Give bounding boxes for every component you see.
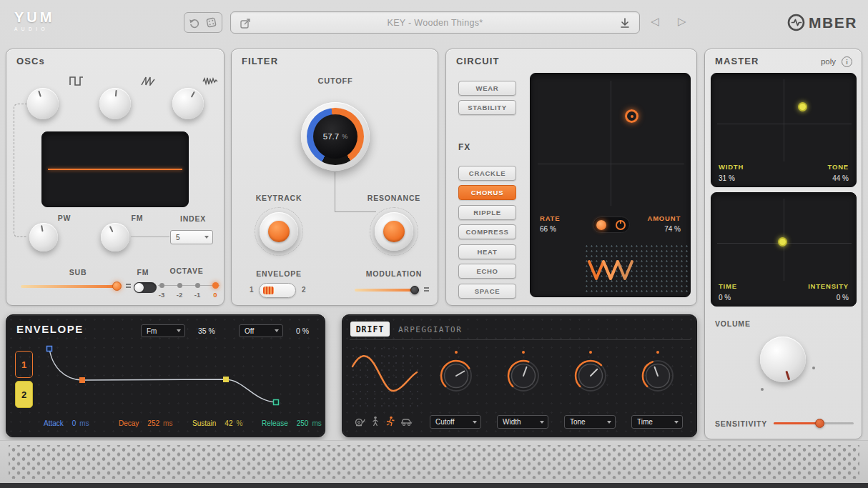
power-icon[interactable] (616, 220, 626, 230)
decay-value[interactable]: 252 (147, 419, 159, 427)
fx-ripple-button[interactable]: RIPPLE (458, 205, 516, 220)
env-tab-2[interactable]: 2 (15, 381, 33, 408)
fx-compress-button[interactable]: COMPRESS (458, 224, 516, 239)
vehicle-speed-icon[interactable] (400, 418, 413, 426)
drift-knob-2-dot (522, 351, 525, 354)
preset-bar[interactable]: KEY - Wooden Things* (230, 11, 640, 34)
stability-button[interactable]: STABILITY (458, 100, 516, 115)
fm-toggle-knob[interactable] (134, 283, 144, 292)
envelope-switch-handle[interactable] (263, 287, 274, 294)
env-select-2-label[interactable]: 2 (302, 286, 306, 294)
release-value[interactable]: 250 (297, 419, 309, 427)
fx-heat-button[interactable]: HEAT (458, 244, 516, 259)
circuit-xy-hline (538, 164, 684, 164)
attack-handle[interactable] (47, 347, 52, 352)
keytrack-knob[interactable] (260, 212, 298, 251)
master-xy-pad-2[interactable]: TIME 0 % INTENSITY 0 % (711, 192, 857, 307)
master-title: MASTER (715, 56, 759, 66)
octave-option-0-selected[interactable]: 0 (209, 279, 222, 299)
sub-label: SUB (49, 268, 107, 277)
fm-knob[interactable] (101, 223, 129, 252)
cutoff-knob[interactable]: 57.7 % (301, 102, 370, 171)
brand-name: MBER (809, 14, 857, 31)
octave-dot[interactable] (159, 283, 164, 288)
drift-knob-1[interactable] (439, 359, 473, 393)
preset-name[interactable]: KEY - Wooden Things* (231, 18, 639, 28)
run-speed-icon[interactable] (385, 416, 395, 427)
octave-dot[interactable] (195, 283, 200, 288)
env-mod1-amount: 35 % (198, 327, 215, 335)
decay-handle[interactable] (80, 378, 85, 383)
circuit-title: CIRCUIT (456, 56, 499, 66)
next-preset-button[interactable]: ▷ (678, 15, 686, 28)
osc3-knob[interactable] (172, 88, 204, 119)
pad1-handle[interactable] (798, 102, 807, 111)
fx-crackle-button[interactable]: CRACKLE (458, 166, 516, 181)
tab-arpeggiator[interactable]: ARPEGGIATOR (398, 325, 462, 334)
env-mod2-select[interactable]: Off (239, 324, 283, 337)
fx-echo-button[interactable]: ECHO (458, 264, 516, 279)
sustain-value[interactable]: 42 (225, 419, 232, 427)
envelope-select-switch[interactable] (259, 283, 296, 298)
sensitivity-thumb[interactable] (815, 419, 824, 428)
cutoff-readout: 57.7 % (313, 114, 357, 159)
octave-option-minus1[interactable]: -1 (191, 279, 204, 299)
fx-chorus-button[interactable]: CHORUS (458, 185, 516, 200)
drift-target-3-select[interactable]: Tone (564, 415, 616, 429)
osc1-knob[interactable] (27, 88, 59, 119)
info-icon[interactable]: i (842, 56, 852, 67)
drift-target-4-select[interactable]: Time (631, 415, 683, 429)
octave-dot[interactable] (177, 283, 182, 288)
env-select-1-label[interactable]: 1 (250, 286, 254, 294)
preset-save-icon[interactable] (619, 17, 631, 29)
tab-drift[interactable]: DRIFT (350, 322, 390, 337)
modulation-slider-thumb[interactable] (410, 286, 419, 294)
release-handle[interactable] (274, 400, 279, 405)
walk-speed-icon[interactable] (371, 416, 380, 427)
undo-icon[interactable] (189, 17, 200, 29)
sustain-handle[interactable] (224, 377, 229, 382)
circuit-xy-handle[interactable] (625, 109, 638, 123)
drift-target-2-select[interactable]: Width (497, 415, 548, 429)
prev-preset-button[interactable]: ◁ (651, 15, 659, 28)
dice-icon[interactable] (205, 16, 217, 29)
sensitivity-slider[interactable] (774, 417, 854, 429)
env-mod1-select[interactable]: Fm (141, 324, 185, 337)
modulation-end-ticks (424, 287, 429, 293)
wear-button[interactable]: WEAR (458, 81, 516, 96)
osc-routing-line (14, 104, 26, 237)
drift-wave-display (350, 345, 419, 409)
octave-option-minus2[interactable]: -2 (173, 279, 186, 299)
sub-slider[interactable] (21, 282, 132, 292)
fx-space-button[interactable]: SPACE (458, 284, 516, 299)
resonance-knob[interactable] (375, 212, 413, 251)
sub-slider-thumb[interactable] (112, 282, 122, 291)
drift-target-1-select[interactable]: Cutoff (430, 415, 481, 429)
modulation-slider[interactable] (355, 285, 433, 295)
resonance-label: RESONANCE (359, 194, 429, 202)
volume-knob[interactable] (760, 337, 806, 382)
snail-speed-icon[interactable] (354, 417, 365, 427)
drift-target-1-value: Cutoff (435, 418, 455, 426)
fm-toggle[interactable] (134, 282, 157, 293)
octave-dot-selected[interactable] (212, 282, 219, 289)
voice-mode-selector[interactable]: poly (821, 57, 836, 66)
fx-power-toggle-on-dot[interactable] (596, 220, 606, 230)
osc2-knob[interactable] (99, 88, 131, 119)
drift-knob-2[interactable] (506, 359, 541, 393)
circuit-xy-pad[interactable]: RATE 66 % AMOUNT 74 % (530, 73, 691, 297)
amount-label: AMOUNT (648, 214, 681, 222)
pad2-handle[interactable] (778, 237, 787, 247)
env-tab-1[interactable]: 1 (15, 351, 33, 378)
fx-power-toggle[interactable] (593, 216, 630, 233)
drift-knob-4[interactable] (641, 359, 675, 393)
envelope-curve[interactable] (42, 344, 321, 415)
pw-knob[interactable] (29, 223, 58, 252)
octave-option-minus3[interactable]: -3 (155, 279, 168, 299)
chevron-down-icon (275, 329, 279, 332)
index-select[interactable]: 5 (170, 230, 213, 244)
master-xy-pad-1[interactable]: WIDTH 31 % TONE 44 % (711, 73, 857, 187)
drift-knob-3[interactable] (573, 359, 608, 393)
attack-value[interactable]: 0 (72, 419, 77, 427)
envelope-panel: ENVELOPE Fm 35 % Off 0 % 1 2 Attack0ms D… (6, 314, 325, 437)
